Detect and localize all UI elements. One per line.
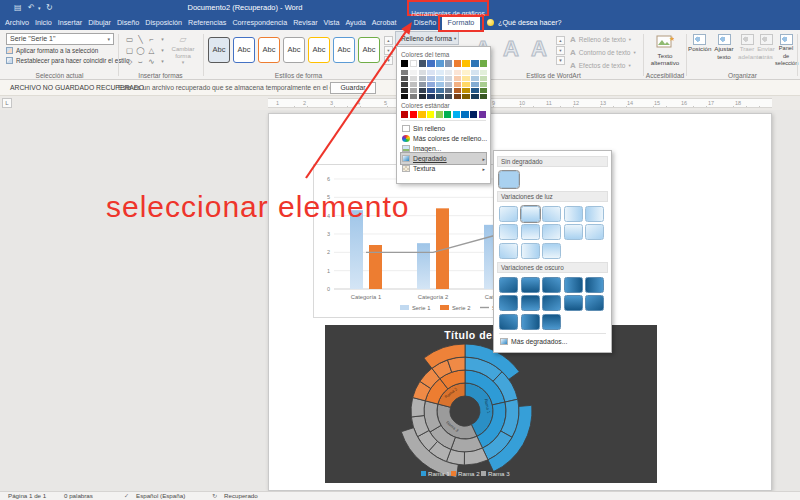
theme-color-variant-swatch[interactable]	[410, 70, 417, 75]
change-shape-button[interactable]: ▱ Cambiar forma ▾	[168, 34, 198, 72]
standard-color-swatch[interactable]	[418, 111, 425, 118]
dark-gradient-swatch[interactable]	[542, 295, 561, 311]
standard-color-swatch[interactable]	[401, 111, 408, 118]
light-gradient-swatch[interactable]	[542, 243, 561, 259]
theme-color-variant-swatch[interactable]	[401, 88, 408, 93]
theme-color-variant-swatch[interactable]	[445, 88, 452, 93]
tab-ayuda[interactable]: Ayuda	[342, 16, 368, 30]
shape-style-preview[interactable]: Abc	[208, 37, 230, 63]
theme-color-variant-swatch[interactable]	[462, 76, 469, 81]
theme-color-variant-swatch[interactable]	[436, 76, 443, 81]
menu-item-texture[interactable]: Textura ▸	[401, 164, 486, 174]
tab-revisar[interactable]: Revisar	[290, 16, 320, 30]
theme-color-variant-swatch[interactable]	[419, 76, 426, 81]
dark-gradient-swatch[interactable]	[521, 295, 540, 311]
dark-gradient-swatch[interactable]	[542, 277, 561, 293]
theme-color-variant-swatch[interactable]	[410, 76, 417, 81]
shape-style-preview[interactable]: Abc	[233, 37, 255, 63]
chevron-down-icon[interactable]: ▾	[107, 34, 110, 44]
theme-color-variant-swatch[interactable]	[471, 70, 478, 75]
theme-color-variant-swatch[interactable]	[454, 88, 461, 93]
shape-fill-button[interactable]: Relleno de forma ▾	[395, 31, 459, 45]
shape-button[interactable]: ⌐	[146, 34, 157, 45]
shape-style-preview[interactable]: Abc	[283, 37, 305, 63]
theme-color-variant-swatch[interactable]	[410, 88, 417, 93]
light-gradient-swatch[interactable]	[521, 206, 540, 222]
save-icon[interactable]: ▤	[14, 2, 22, 14]
theme-color-swatch[interactable]	[419, 60, 426, 67]
redo-icon[interactable]: ↻	[46, 2, 53, 14]
light-gradient-swatch[interactable]	[521, 243, 540, 259]
theme-color-variant-swatch[interactable]	[471, 82, 478, 87]
theme-color-variant-swatch[interactable]	[410, 94, 417, 99]
page-indicator[interactable]: Página 1 de 1	[8, 492, 46, 500]
scroll-down-button[interactable]: ▾	[384, 46, 393, 55]
dark-gradient-swatch[interactable]	[521, 314, 540, 330]
chart-element-combo[interactable]: Serie "Serie 1" ▾	[6, 33, 114, 45]
tab-correspondencia[interactable]: Correspondencia	[229, 16, 290, 30]
undo-icon[interactable]: ↶	[28, 2, 35, 14]
theme-color-variant-swatch[interactable]	[454, 94, 461, 99]
text-outline-button[interactable]: A Contorno de texto ▾	[570, 46, 636, 59]
shape-button[interactable]: ▭	[124, 34, 135, 45]
theme-color-variant-swatch[interactable]	[462, 88, 469, 93]
language-indicator[interactable]: Español (España)	[136, 492, 185, 500]
tab-contextual-diseno[interactable]: Diseño	[410, 16, 440, 30]
theme-color-variant-swatch[interactable]	[419, 82, 426, 87]
tab-disposición[interactable]: Disposición	[142, 16, 185, 30]
theme-color-variant-swatch[interactable]	[401, 82, 408, 87]
shape-style-preview[interactable]: Abc	[358, 37, 380, 63]
light-gradient-swatch[interactable]	[499, 243, 518, 259]
tab-dibujar[interactable]: Dibujar	[85, 16, 114, 30]
theme-color-swatch[interactable]	[480, 60, 487, 67]
shape-button[interactable]: △	[146, 45, 157, 56]
chevron-down-icon[interactable]: ▾	[157, 34, 168, 45]
wordart-style-preview[interactable]: A	[498, 35, 524, 63]
theme-color-variant-swatch[interactable]	[410, 82, 417, 87]
standard-color-swatch[interactable]	[470, 111, 477, 118]
theme-color-variant-swatch[interactable]	[427, 88, 434, 93]
light-gradient-swatch[interactable]	[564, 224, 583, 240]
dark-gradient-swatch[interactable]	[499, 295, 518, 311]
shape-button[interactable]: ⌣	[135, 56, 146, 67]
theme-color-variant-swatch[interactable]	[454, 76, 461, 81]
dark-gradient-swatch[interactable]	[542, 314, 561, 330]
theme-color-swatch[interactable]	[401, 60, 408, 67]
theme-color-swatch[interactable]	[445, 60, 452, 67]
standard-color-swatch[interactable]	[427, 111, 434, 118]
theme-color-variant-swatch[interactable]	[445, 76, 452, 81]
tab-referencias[interactable]: Referencias	[185, 16, 229, 30]
theme-color-variant-swatch[interactable]	[462, 70, 469, 75]
theme-color-variant-swatch[interactable]	[480, 76, 487, 81]
tab-acrobat[interactable]: Acrobat	[369, 16, 400, 30]
theme-color-variant-swatch[interactable]	[445, 82, 452, 87]
theme-color-variant-swatch[interactable]	[445, 94, 452, 99]
tell-me-label[interactable]: ¿Qué desea hacer?	[498, 16, 562, 30]
standard-color-swatch[interactable]	[444, 111, 451, 118]
shape-button[interactable]: ▢	[124, 45, 135, 56]
save-recovered-button[interactable]: Guardar	[330, 82, 376, 94]
theme-color-variant-swatch[interactable]	[401, 70, 408, 75]
standard-color-swatch[interactable]	[410, 111, 417, 118]
bring-forward-button[interactable]: Traer adelante	[738, 34, 756, 60]
theme-color-variant-swatch[interactable]	[454, 70, 461, 75]
shape-button[interactable]: ╲	[135, 34, 146, 45]
standard-color-swatch[interactable]	[453, 111, 460, 118]
tab-archivo[interactable]: Archivo	[2, 16, 32, 30]
theme-color-swatch[interactable]	[471, 60, 478, 67]
theme-color-variant-swatch[interactable]	[445, 70, 452, 75]
alt-text-button[interactable]: Texto alternativo	[645, 52, 685, 66]
position-button[interactable]: Posición	[688, 34, 710, 53]
theme-color-variant-swatch[interactable]	[427, 82, 434, 87]
reset-style-button[interactable]: Restablecer para hacer coincidir el esti…	[6, 57, 129, 64]
theme-color-swatch[interactable]	[427, 60, 434, 67]
theme-color-variant-swatch[interactable]	[471, 76, 478, 81]
theme-color-variant-swatch[interactable]	[427, 76, 434, 81]
shape-style-preview[interactable]: Abc	[258, 37, 280, 63]
standard-color-swatch[interactable]	[461, 111, 468, 118]
shape-button[interactable]: ◇	[124, 56, 135, 67]
theme-color-variant-swatch[interactable]	[419, 88, 426, 93]
theme-color-variant-swatch[interactable]	[462, 94, 469, 99]
send-back-button[interactable]: Enviar atrás	[757, 34, 775, 60]
theme-color-variant-swatch[interactable]	[462, 82, 469, 87]
